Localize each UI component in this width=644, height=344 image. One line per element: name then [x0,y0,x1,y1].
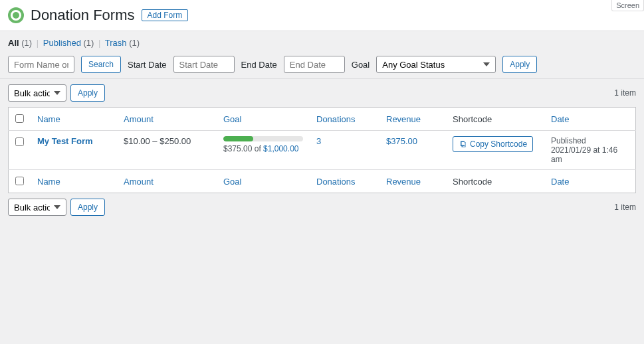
col-date[interactable]: Date [551,114,569,124]
col-shortcode: Shortcode [453,114,492,124]
filter-bar: Search Start Date End Date Goal Any Goal… [0,48,644,79]
view-filters: All (1) | Published (1) | Trash (1) [0,31,644,48]
start-date-input[interactable] [173,56,235,73]
end-date-label: End Date [241,60,277,70]
col-donations[interactable]: Donations [316,114,356,124]
item-count-bottom: 1 item [614,203,636,212]
search-input[interactable] [8,56,74,73]
view-published[interactable]: Published [43,38,81,48]
table-header-row: Name Amount Goal Donations Revenue Short… [9,108,636,131]
col-amount[interactable]: Amount [124,114,154,124]
goal-progress-fill [223,136,253,141]
search-button[interactable]: Search [81,56,121,73]
add-form-button[interactable]: Add Form [142,9,189,21]
form-amount: $10.00 – $250.00 [124,136,191,146]
bulk-action-select-top[interactable]: Bulk actions [8,84,66,102]
copy-icon [459,140,467,148]
copy-shortcode-button[interactable]: Copy Shortcode [453,136,533,152]
bulk-actions-top: Bulk actions Apply 1 item [0,79,644,107]
goal-text: $375.00 of $1,000.00 [223,144,303,153]
col-name-foot[interactable]: Name [37,177,60,187]
donations-link[interactable]: 3 [316,136,321,146]
give-logo-icon [8,7,24,23]
view-all[interactable]: All [8,38,19,48]
col-revenue[interactable]: Revenue [386,114,421,124]
view-trash-count: (1) [129,38,140,48]
date-cell: Published 2021/01/29 at 1:46 am [544,131,636,170]
col-goal-foot[interactable]: Goal [223,177,241,187]
col-donations-foot[interactable]: Donations [316,177,356,187]
item-count-top: 1 item [614,88,636,98]
end-date-input[interactable] [284,56,345,73]
col-amount-foot[interactable]: Amount [124,177,154,187]
col-shortcode-foot: Shortcode [453,177,492,187]
col-date-foot[interactable]: Date [551,177,569,187]
bulk-apply-bottom[interactable]: Apply [70,199,105,216]
col-goal[interactable]: Goal [223,114,241,124]
form-title-link[interactable]: My Test Form [37,136,93,146]
bulk-action-select-bottom[interactable]: Bulk actions [8,199,66,216]
goal-target-link[interactable]: $1,000.00 [263,144,298,153]
goal-progress-bar [223,136,303,141]
col-revenue-foot[interactable]: Revenue [386,177,421,187]
revenue-link[interactable]: $375.00 [386,136,417,146]
goal-label: Goal [352,60,370,70]
page-title: Donation Forms [31,7,135,24]
view-published-count: (1) [84,38,94,48]
bulk-actions-bottom: Bulk actions Apply 1 item [0,193,644,221]
forms-table: Name Amount Goal Donations Revenue Short… [8,107,636,193]
screen-options-tab[interactable]: Screen [611,0,644,11]
filter-apply-button[interactable]: Apply [502,56,537,73]
view-all-count: (1) [21,38,32,48]
select-all-bottom[interactable] [15,177,24,185]
select-all-top[interactable] [15,114,24,123]
table-footer-row: Name Amount Goal Donations Revenue Short… [9,170,636,193]
col-name[interactable]: Name [37,114,60,124]
view-trash[interactable]: Trash [105,38,127,48]
goal-status-select[interactable]: Any Goal Status [376,56,496,73]
start-date-label: Start Date [128,60,167,70]
page-header: Donation Forms Add Form Screen [0,0,644,31]
bulk-apply-top[interactable]: Apply [70,84,105,102]
table-row: My Test Form $10.00 – $250.00 $375.00 of… [9,131,636,170]
row-select[interactable] [15,137,24,146]
